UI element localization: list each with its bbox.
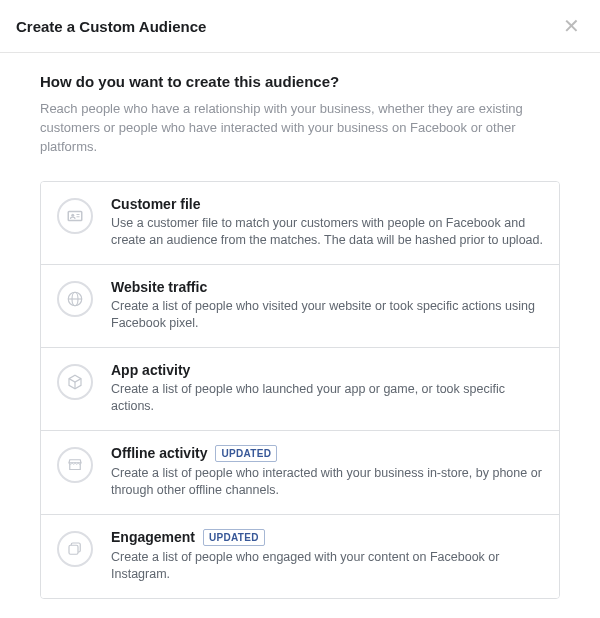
svg-rect-0 bbox=[68, 211, 82, 220]
option-title: Website traffic bbox=[111, 279, 207, 295]
option-description: Create a list of people who engaged with… bbox=[111, 549, 543, 584]
cube-icon bbox=[57, 364, 93, 400]
modal-title: Create a Custom Audience bbox=[16, 18, 206, 35]
option-engagement[interactable]: Engagement UPDATED Create a list of peop… bbox=[41, 515, 559, 598]
option-website-traffic[interactable]: Website traffic Create a list of people … bbox=[41, 265, 559, 348]
question-heading: How do you want to create this audience? bbox=[40, 73, 560, 90]
option-body: Offline activity UPDATED Create a list o… bbox=[111, 445, 543, 500]
option-title: Engagement bbox=[111, 529, 195, 545]
globe-icon bbox=[57, 281, 93, 317]
engagement-icon bbox=[57, 531, 93, 567]
option-body: App activity Create a list of people who… bbox=[111, 362, 543, 416]
id-card-icon bbox=[57, 198, 93, 234]
option-body: Customer file Use a customer file to mat… bbox=[111, 196, 543, 250]
svg-rect-9 bbox=[69, 545, 78, 554]
svg-point-1 bbox=[71, 213, 74, 216]
option-title: App activity bbox=[111, 362, 190, 378]
question-subtitle: Reach people who have a relationship wit… bbox=[40, 100, 560, 157]
option-description: Create a list of people who visited your… bbox=[111, 298, 543, 333]
option-title: Offline activity bbox=[111, 445, 207, 461]
option-body: Website traffic Create a list of people … bbox=[111, 279, 543, 333]
store-icon bbox=[57, 447, 93, 483]
close-button[interactable]: ✕ bbox=[559, 14, 584, 38]
option-description: Use a customer file to match your custom… bbox=[111, 215, 543, 250]
updated-badge: UPDATED bbox=[203, 529, 265, 546]
option-description: Create a list of people who launched you… bbox=[111, 381, 543, 416]
updated-badge: UPDATED bbox=[215, 445, 277, 462]
modal-body: How do you want to create this audience?… bbox=[0, 53, 600, 618]
option-description: Create a list of people who interacted w… bbox=[111, 465, 543, 500]
close-icon: ✕ bbox=[563, 15, 580, 37]
options-list: Customer file Use a customer file to mat… bbox=[40, 181, 560, 599]
option-title: Customer file bbox=[111, 196, 200, 212]
modal-header: Create a Custom Audience ✕ bbox=[0, 0, 600, 53]
option-customer-file[interactable]: Customer file Use a customer file to mat… bbox=[41, 182, 559, 265]
option-body: Engagement UPDATED Create a list of peop… bbox=[111, 529, 543, 584]
option-app-activity[interactable]: App activity Create a list of people who… bbox=[41, 348, 559, 431]
option-offline-activity[interactable]: Offline activity UPDATED Create a list o… bbox=[41, 431, 559, 515]
